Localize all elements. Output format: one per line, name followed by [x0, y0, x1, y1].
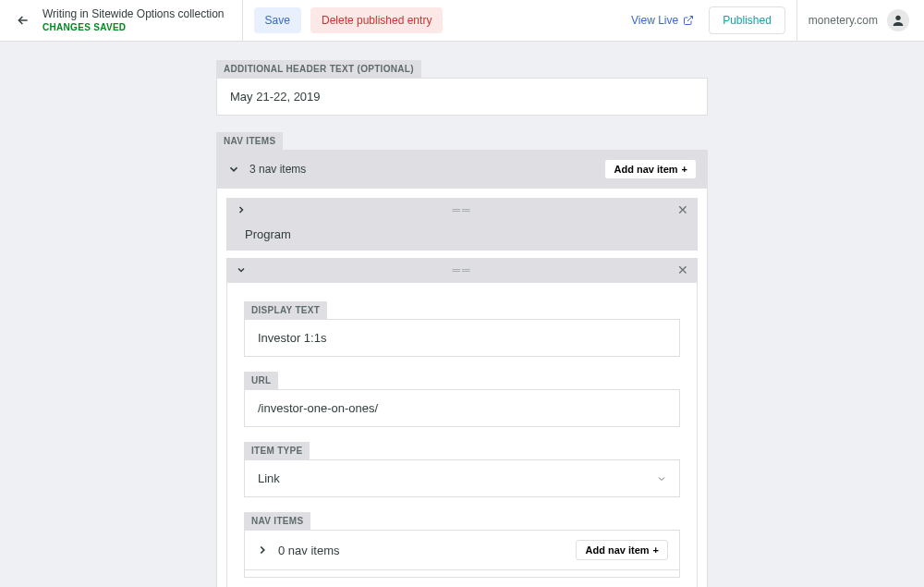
nav-items-list: ══ ✕ Program ══ ✕	[216, 189, 708, 587]
svg-line-0	[687, 17, 693, 22]
add-nav-item-button[interactable]: Add nav item +	[604, 159, 697, 179]
field-label: URL	[244, 372, 278, 389]
save-button[interactable]: Save	[254, 7, 301, 33]
svg-point-1	[895, 16, 900, 20]
delete-button[interactable]: Delete published entry	[310, 7, 443, 33]
additional-header-input[interactable]	[216, 78, 708, 116]
title-block: Writing in Sitewide Options collection C…	[43, 7, 231, 34]
item-type-field: ITEM TYPE Link	[244, 442, 680, 497]
save-status: CHANGES SAVED	[43, 21, 231, 33]
view-live-label: View Live	[631, 14, 678, 27]
plus-icon: +	[682, 164, 687, 175]
field-label: NAV ITEMS	[244, 512, 310, 530]
add-nested-nav-item-button[interactable]: Add nav item +	[576, 540, 668, 560]
user-icon	[891, 13, 906, 28]
content-scroll[interactable]: ADDITIONAL HEADER TEXT (OPTIONAL) NAV IT…	[0, 42, 924, 587]
chevron-right-icon	[236, 204, 247, 215]
page-title: Writing in Sitewide Options collection	[43, 7, 231, 22]
published-button[interactable]: Published	[709, 6, 785, 34]
list-item-preview: Program	[226, 222, 698, 251]
list-item-bar[interactable]: ══ ✕	[226, 258, 698, 282]
display-text-field: DISPLAY TEXT	[244, 301, 680, 357]
plus-icon: +	[653, 544, 659, 556]
url-field: URL	[244, 372, 680, 427]
nav-items-summary: 3 nav items	[249, 163, 306, 176]
nested-list-body	[244, 570, 680, 578]
topbar: Writing in Sitewide Options collection C…	[0, 0, 924, 42]
site-name: monetery.com	[808, 14, 878, 27]
field-label: DISPLAY TEXT	[244, 301, 327, 319]
avatar[interactable]	[887, 9, 909, 31]
list-item-expanded: DISPLAY TEXT URL ITEM TYPE Link	[226, 282, 698, 587]
nested-nav-items-field: NAV ITEMS 0 nav items Add nav item +	[244, 512, 680, 578]
back-button[interactable]	[15, 12, 31, 29]
chevron-down-icon	[227, 163, 240, 176]
nav-items-header[interactable]: 3 nav items Add nav item +	[216, 150, 708, 189]
list-item: ══ ✕ DISPLAY TEXT URL ITEM	[226, 258, 698, 587]
field-label: ITEM TYPE	[244, 442, 310, 459]
content: ADDITIONAL HEADER TEXT (OPTIONAL) NAV IT…	[216, 42, 708, 587]
additional-header-field: ADDITIONAL HEADER TEXT (OPTIONAL)	[216, 60, 708, 116]
view-live-link[interactable]: View Live	[631, 14, 694, 27]
chevron-right-icon	[256, 544, 269, 556]
chevron-down-icon	[236, 264, 247, 275]
field-label: ADDITIONAL HEADER TEXT (OPTIONAL)	[216, 60, 421, 78]
close-icon[interactable]: ✕	[677, 203, 688, 216]
external-link-icon	[683, 15, 694, 26]
close-icon[interactable]: ✕	[677, 263, 688, 276]
nested-nav-items-header[interactable]: 0 nav items Add nav item +	[244, 530, 680, 570]
drag-handle-icon[interactable]: ══	[452, 203, 471, 216]
item-type-select[interactable]: Link	[244, 459, 680, 497]
list-item-bar[interactable]: ══ ✕	[226, 198, 698, 222]
nested-nav-summary: 0 nav items	[278, 544, 339, 557]
display-text-input[interactable]	[244, 319, 680, 357]
drag-handle-icon[interactable]: ══	[452, 263, 471, 276]
nav-items-label: NAV ITEMS	[216, 132, 283, 150]
url-input[interactable]	[244, 389, 680, 427]
list-item: ══ ✕ Program	[226, 198, 698, 251]
divider	[796, 0, 797, 42]
divider	[242, 0, 243, 42]
